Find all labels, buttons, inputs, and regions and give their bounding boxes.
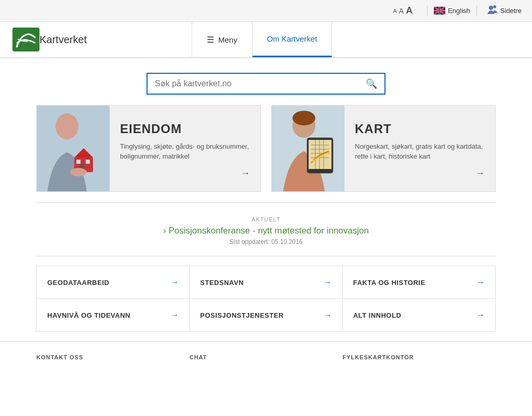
- menu-item-3[interactable]: HAVNIVÅ OG TIDEVANN →: [37, 299, 190, 332]
- font-med-button[interactable]: A: [399, 7, 404, 15]
- font-large-button[interactable]: A: [406, 5, 413, 16]
- svg-rect-24: [309, 140, 331, 169]
- cards-section: EIENDOM Tinglysing, skjøte, gårds- og br…: [0, 105, 532, 192]
- aktuelt-date: Sist oppdatert: 05.10.2016: [36, 238, 496, 245]
- menu-item-4[interactable]: POSISJONSTJENESTER →: [190, 299, 342, 332]
- svg-rect-17: [76, 160, 81, 164]
- menu-item-arrow-2: →: [476, 278, 485, 287]
- footer-col-chat: CHAT: [190, 352, 343, 361]
- svg-point-10: [493, 5, 496, 8]
- language-label: English: [448, 7, 470, 15]
- search-button[interactable]: 🔍: [358, 78, 384, 89]
- menu-item-arrow-1: →: [324, 278, 332, 287]
- kart-person-svg: [272, 106, 344, 191]
- flag-icon: [434, 7, 445, 15]
- menu-item-2[interactable]: FAKTA OG HISTORIE →: [343, 266, 496, 299]
- divider-aktuelt-top: [36, 202, 496, 203]
- card-eiendom[interactable]: EIENDOM Tinglysing, skjøte, gårds- og br…: [36, 105, 261, 192]
- menu-item-1[interactable]: STEDSNAVN →: [190, 266, 342, 299]
- footer-col-kontakt: KONTAKT OSS: [36, 352, 190, 361]
- card-kart-desc: Norgeskart, sjøkart, gratis kart og kart…: [355, 141, 485, 162]
- card-kart-content: KART Norgeskart, sjøkart, gratis kart og…: [344, 106, 495, 191]
- menu-item-label-1: STEDSNAVN: [200, 279, 244, 287]
- card-eiendom-arrow[interactable]: →: [241, 168, 250, 179]
- footer-fylke-label: FYLKESKARTKONTOR: [342, 354, 414, 360]
- menu-item-arrow-5: →: [476, 310, 485, 320]
- sidetre-icon: [487, 5, 498, 16]
- search-box: 🔍: [147, 73, 385, 95]
- top-bar: A A A English: [0, 0, 532, 22]
- nav-om-label: Om Kartverket: [267, 34, 317, 43]
- card-kart[interactable]: KART Norgeskart, sjøkart, gratis kart og…: [271, 105, 496, 192]
- divider-1: [427, 6, 428, 16]
- footer-col-fylke: FYLKESKARTKONTOR: [342, 352, 496, 361]
- nav-om-kartverket[interactable]: Om Kartverket: [252, 22, 332, 57]
- font-size-controls: A A A: [393, 5, 413, 16]
- font-small-button[interactable]: A: [393, 8, 396, 14]
- header: Kartverket ☰ Meny Om Kartverket: [0, 22, 532, 58]
- menu-item-label-5: ALT INNHOLD: [353, 311, 402, 319]
- aktuelt-label: AKTUELT: [36, 216, 496, 223]
- nav-area: ☰ Meny Om Kartverket: [192, 22, 332, 57]
- hamburger-icon: ☰: [207, 35, 214, 45]
- search-input[interactable]: [148, 74, 358, 94]
- menu-item-arrow-3: →: [170, 310, 179, 320]
- divider-aktuelt-bottom: [36, 256, 496, 256]
- sidetre-link[interactable]: Sidetre: [487, 5, 522, 16]
- card-eiendom-desc: Tinglysing, skjøte, gårds- og bruksnumme…: [120, 141, 250, 162]
- card-kart-image: [272, 106, 344, 191]
- aktuelt-section: AKTUELT › Posisjonskonferanse - nytt møt…: [0, 208, 532, 251]
- menu-item-label-2: FAKTA OG HISTORIE: [353, 279, 425, 287]
- logo-area: Kartverket: [0, 22, 192, 57]
- footer-kontakt-label: KONTAKT OSS: [36, 354, 83, 360]
- menu-item-label-4: POSISJONSTJENESTER: [200, 311, 284, 319]
- footer-chat-label: CHAT: [190, 354, 207, 360]
- svg-rect-18: [86, 160, 90, 164]
- card-kart-title: KART: [355, 122, 485, 136]
- card-kart-arrow[interactable]: →: [475, 168, 485, 179]
- search-section: 🔍: [0, 58, 532, 105]
- card-eiendom-image: [37, 106, 110, 191]
- card-eiendom-title: EIENDOM: [120, 122, 250, 136]
- logo-text: Kartverket: [39, 34, 87, 46]
- aktuelt-link[interactable]: › Posisjonskonferanse - nytt møtested fo…: [36, 226, 496, 236]
- language-link[interactable]: English: [434, 7, 470, 15]
- aktuelt-date-value: 05.10.2016: [271, 238, 302, 245]
- menu-item-0[interactable]: GEODATAARBEID →: [37, 266, 190, 299]
- footer: KONTAKT OSS CHAT FYLKESKARTKONTOR: [0, 341, 532, 367]
- menu-item-arrow-0: →: [170, 278, 179, 287]
- svg-point-13: [56, 113, 78, 139]
- divider-2: [476, 6, 477, 16]
- card-eiendom-content: EIENDOM Tinglysing, skjøte, gårds- og br…: [110, 106, 260, 191]
- menu-item-5[interactable]: ALT INNHOLD →: [343, 299, 496, 332]
- nav-meny[interactable]: ☰ Meny: [192, 22, 252, 57]
- menu-item-arrow-4: →: [324, 310, 332, 320]
- menu-grid: GEODATAARBEID → STEDSNAVN → FAKTA OG HIS…: [36, 266, 496, 332]
- search-icon: 🔍: [366, 79, 377, 89]
- eiendom-person-svg: [37, 106, 110, 191]
- kartverket-logo-icon: [12, 28, 39, 51]
- nav-meny-label: Meny: [218, 35, 237, 44]
- svg-point-22: [292, 111, 315, 125]
- svg-point-19: [70, 168, 87, 176]
- svg-rect-8: [439, 7, 440, 15]
- sidetre-label: Sidetre: [500, 7, 522, 15]
- svg-point-9: [489, 6, 493, 10]
- menu-item-label-0: GEODATAARBEID: [47, 279, 109, 287]
- aktuelt-date-label: Sist oppdatert:: [230, 238, 270, 245]
- menu-item-label-3: HAVNIVÅ OG TIDEVANN: [47, 311, 130, 319]
